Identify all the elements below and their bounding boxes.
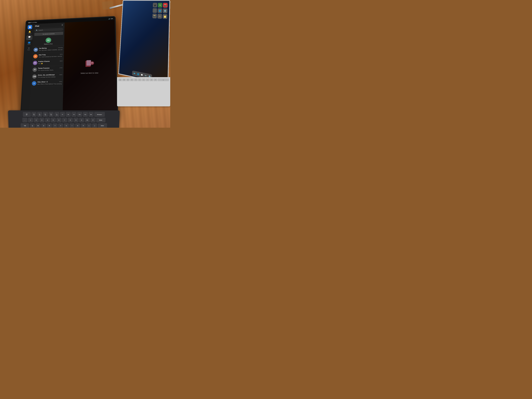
key-f4[interactable]: $F4	[43, 112, 48, 117]
mac-key-i[interactable]: I	[146, 78, 149, 81]
mac-key-q[interactable]: Q	[118, 78, 122, 81]
mac-icon-4[interactable]: 🎵	[152, 8, 157, 13]
status-time: 4:28	[28, 22, 31, 23]
key-f5[interactable]: %F5	[49, 112, 54, 117]
key-f10[interactable]: F10	[77, 112, 82, 117]
key-tab[interactable]: Tab	[21, 123, 29, 128]
key-fn[interactable]: Fn	[85, 118, 90, 123]
key-e[interactable]: E	[41, 123, 46, 128]
mac-icon-9[interactable]: 🗂️	[163, 14, 167, 19]
avatar-jesse: JJM	[32, 74, 37, 79]
key-1[interactable]: 1	[28, 118, 33, 123]
teams-icon: 📋	[29, 26, 31, 28]
key-backspace[interactable]: Backspace	[94, 112, 105, 117]
sidebar-label-chat: Chat	[28, 38, 31, 40]
mac-dock-icon-3[interactable]: 💬	[140, 73, 144, 77]
avatar-alan: AT	[33, 54, 38, 58]
key-enter[interactable]: Enter	[98, 123, 107, 128]
avatar-prakhar: PK	[33, 61, 37, 65]
mac-key-r[interactable]: R	[130, 78, 133, 81]
mac-icon-1[interactable]: 📱	[153, 3, 157, 7]
chat-time-joe: Yesterday	[58, 47, 63, 48]
key-p[interactable]: P	[81, 123, 86, 128]
mac-icon-7[interactable]: 📸	[152, 13, 157, 19]
mac-key-misc[interactable]: [ ]	[158, 78, 169, 81]
key-q[interactable]: Q	[30, 123, 35, 128]
sidebar-item-more[interactable]: ••• More	[25, 46, 32, 51]
mac-key-w[interactable]: W	[122, 78, 126, 81]
avatar-tomas: TF	[32, 68, 37, 72]
no-internet-text: No internet connection	[43, 33, 55, 35]
key-y[interactable]: Y	[58, 123, 63, 128]
key-esc[interactable]: EscF1	[23, 112, 31, 117]
chat-preview-group: Alan: What is Tesla Optimus? Your pressi…	[37, 83, 62, 85]
key-f6[interactable]: *F6	[54, 112, 59, 117]
sidebar-item-chat[interactable]: 💬 Chat	[26, 35, 32, 40]
key-7[interactable]: 7	[62, 118, 67, 123]
key-w[interactable]: W	[36, 123, 41, 128]
key-6[interactable]: 6	[56, 118, 61, 123]
teams-icon-2: 👥	[28, 41, 31, 44]
mac-key-e[interactable]: E	[126, 78, 130, 81]
chat-item-group[interactable]: A Alan, Drew + 2 03/10 Alan: What is Tes…	[31, 80, 63, 87]
key-0[interactable]: 0	[79, 118, 84, 123]
chat-content-jesse: Jesse, Joe, and Michael 04/10 This messa…	[38, 74, 62, 78]
mac-key-t[interactable]: T	[134, 78, 138, 81]
mac-icon-translate[interactable]: Tr	[158, 3, 162, 8]
mac-icon-8[interactable]: 🎮	[158, 14, 162, 19]
mac-dock-icon-2[interactable]: 🌐	[136, 72, 140, 76]
key-2[interactable]: 2	[34, 118, 39, 123]
user-avatar-section[interactable]: NS Nadeem (You)	[32, 35, 64, 47]
key-f9[interactable]: F9	[71, 112, 76, 117]
key-f2[interactable]: @F2	[32, 112, 37, 117]
chat-item-alan[interactable]: AT Alan Truly 09/11 You: i was frustrate…	[32, 52, 64, 60]
chat-item-joe[interactable]: JM Joe Maring Yesterday You: Ugh yikes. …	[32, 46, 64, 53]
key-o[interactable]: O	[75, 123, 80, 128]
mac-icon-5[interactable]: 🌐	[158, 8, 162, 13]
status-icons: 🔊 13%	[108, 18, 113, 19]
select-item-text: Select an item to view	[81, 72, 98, 74]
mac-key-p[interactable]: P	[154, 78, 157, 81]
key-8[interactable]: 8	[68, 118, 73, 123]
key-9[interactable]: 9	[73, 118, 78, 123]
key-minus[interactable]: -	[22, 118, 27, 123]
avatar-initials-jesse: JJM	[33, 76, 36, 77]
chat-item-prakhar[interactable]: PK Prakhar Khanna 28/10 okay 😊	[32, 59, 64, 66]
chat-preview-joe: You: Ugh yikes. KINDLY IGNORE. Just saw	[39, 49, 63, 51]
key-bracket-open[interactable]: [	[86, 123, 91, 128]
key-p-top[interactable]: P	[90, 118, 95, 123]
chat-time-prakhar: 28/10	[60, 60, 63, 62]
sidebar-item-activity[interactable]: 🔔 Activity	[26, 30, 33, 35]
key-5[interactable]: 5	[51, 118, 56, 123]
teams-app-icon[interactable]: 📋	[28, 25, 32, 29]
key-f11[interactable]: F11	[83, 112, 88, 117]
key-3[interactable]: 3	[39, 118, 44, 123]
sidebar-item-teams[interactable]: 👥 Teams	[26, 41, 32, 45]
mac-key-o[interactable]: O	[150, 78, 153, 81]
key-u[interactable]: U	[64, 123, 69, 128]
key-bracket-close[interactable]: ]	[92, 123, 97, 128]
key-4[interactable]: 4	[45, 118, 50, 123]
sidebar-label-teams: Teams	[27, 44, 31, 45]
mac-icon-photo-booth[interactable]: 📸	[163, 3, 168, 8]
key-t[interactable]: T	[52, 123, 57, 128]
filter-icon[interactable]: ☰	[62, 24, 63, 26]
chat-time-alan: 09/11	[60, 54, 63, 55]
chat-item-tomas[interactable]: TF Tomas Franzese 17/10 You: sounds fami…	[31, 66, 64, 73]
mac-dock-icon-1[interactable]: 🐦	[133, 71, 136, 76]
chat-preview-prakhar: okay 😊	[38, 63, 43, 64]
key-f3[interactable]: #F3	[37, 112, 42, 117]
chat-item-jesse[interactable]: JJM Jesse, Joe, and Michael 04/10 This m…	[31, 73, 63, 80]
key-f8[interactable]: F8	[66, 112, 71, 117]
search-bar[interactable]: 🔍 Search	[34, 28, 63, 32]
chat-name-row-alan: Alan Truly 09/11	[38, 53, 63, 56]
key-r[interactable]: R	[47, 123, 52, 128]
mac-icon-6[interactable]: ⚙️	[163, 8, 167, 13]
key-i[interactable]: I	[70, 123, 75, 128]
mac-key-y[interactable]: Y	[138, 78, 141, 81]
key-f7[interactable]: F7	[60, 112, 65, 117]
chat-time-group: 03/10	[59, 81, 62, 82]
key-del[interactable]: Del	[89, 112, 94, 117]
key-enter-top[interactable]: Enter	[96, 118, 106, 123]
mac-key-u[interactable]: U	[142, 78, 145, 81]
